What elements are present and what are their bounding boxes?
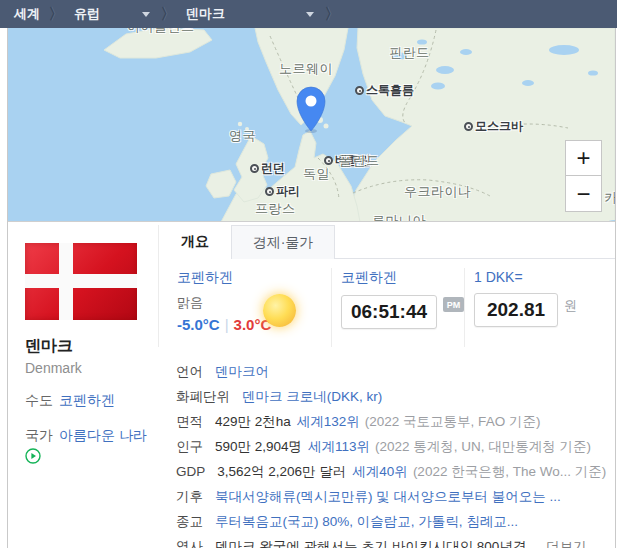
country-facts-list: 언어덴마크어 화폐단위덴마크 크로네(DKK, kr) 면적429만 2천ha세…	[176, 359, 615, 548]
currency-pair-link[interactable]: 1 DKK=	[474, 269, 523, 285]
fact-rank-link[interactable]: 세계132위	[297, 414, 360, 429]
map-country-label: 핀란드	[389, 45, 430, 60]
anthem-label: 국가	[25, 427, 53, 443]
tab-overview[interactable]: 개요	[159, 225, 231, 259]
fact-label: 역사	[176, 539, 203, 548]
country-detail-panel: 개요 경제·물가 코펜하겐 맑음 -5.0°C|3.0°C	[158, 222, 615, 548]
fact-label: GDP	[176, 464, 205, 479]
fact-row-gdp: GDP3,562억 2,206만 달러세계40위(2022 한국은행, The …	[176, 459, 615, 484]
tab-bar: 개요 경제·물가	[159, 225, 615, 259]
zoom-in-button[interactable]: +	[565, 140, 602, 176]
breadcrumb-label: 세계	[14, 5, 40, 23]
fact-row-area: 면적429만 2천ha세계132위(2022 국토교통부, FAO 기준)	[176, 409, 615, 434]
fact-label: 화폐단위	[176, 389, 230, 404]
country-name-en: Denmark	[25, 360, 158, 376]
map-city-label: 파리	[265, 184, 300, 199]
map-city-label: 런던	[250, 161, 285, 176]
map-country-label: 카	[604, 190, 615, 205]
fact-value: 590만 2,904명	[215, 439, 302, 454]
fact-link[interactable]: 덴마크 크로네(DKK, kr)	[242, 389, 382, 404]
fact-link[interactable]: 루터복음교(국교) 80%, 이슬람교, 가톨릭, 침례교...	[215, 514, 518, 529]
map-label-text: 모스크바	[475, 119, 523, 134]
map-label-text: 프랑스	[255, 201, 296, 216]
fact-row-climate: 기후북대서양해류(멕시코만류) 및 대서양으로부터 불어오는 ...	[176, 484, 615, 509]
fact-source: (2022 국토교통부, FAO 기준)	[365, 414, 541, 429]
fact-rank-link[interactable]: 세계113위	[308, 439, 370, 454]
capital-label: 수도	[25, 392, 53, 408]
fact-source: (2022 통계청, UN, 대만통계청 기준)	[375, 439, 591, 454]
fact-row-currency-unit: 화폐단위덴마크 크로네(DKK, kr)	[176, 384, 615, 409]
fact-row-religion: 종교루터복음교(국교) 80%, 이슬람교, 가톨릭, 침례교...	[176, 509, 615, 534]
map-country-label: 우크라이나	[404, 184, 472, 199]
chevron-down-icon	[142, 12, 150, 17]
country-card: 덴마크 Denmark 수도코펜하겐 국가아름다운 나라	[8, 222, 158, 548]
map-country-label: 독일	[303, 166, 330, 181]
fact-source: (2022 한국은행, The Wo... 기준)	[413, 464, 606, 479]
europe-map[interactable]: 아이슬란드노르웨이핀란드스톡홀름모스크바영국런던베를린폴란드독일파리프랑스우크라…	[8, 28, 615, 222]
breadcrumb-item-world[interactable]: 세계	[0, 0, 48, 28]
currency-unit: 원	[564, 297, 577, 327]
map-label-text: 핀란드	[389, 45, 430, 60]
fact-link[interactable]: 북대서양해류(멕시코만류) 및 대서양으로부터 불어오는 ...	[215, 489, 561, 504]
fact-row-language: 언어덴마크어	[176, 359, 615, 384]
play-anthem-button[interactable]	[25, 448, 41, 464]
capital-link[interactable]: 코펜하겐	[59, 392, 115, 408]
city-marker-icon	[265, 187, 274, 196]
more-link[interactable]: 더보기	[546, 539, 587, 548]
map-country-label: 폴란드	[339, 153, 380, 168]
sun-icon	[263, 294, 296, 327]
breadcrumb-separator-icon: 〉	[48, 5, 64, 24]
map-label-text: 우크라이나	[404, 184, 472, 199]
anthem-link[interactable]: 아름다운 나라	[59, 427, 147, 443]
fact-label: 인구	[176, 439, 203, 454]
breadcrumb-item-europe[interactable]: 유럽	[64, 0, 160, 28]
country-info-page: 세계 〉 유럽 〉 덴마크 〉	[0, 0, 621, 548]
fact-link[interactable]: 덴마크어	[215, 364, 269, 379]
temp-low: -5.0°C	[177, 316, 220, 333]
anthem-row: 국가아름다운 나라	[25, 425, 158, 467]
time-city-link[interactable]: 코펜하겐	[341, 269, 397, 287]
fact-row-history: 역사덴마크 왕국에 관해서는 초기 바이킹시대인 800년경,...더보기	[176, 534, 615, 548]
fact-label: 면적	[176, 414, 203, 429]
fact-rank-link[interactable]: 세계40위	[352, 464, 408, 479]
breadcrumb-separator-icon: 〉	[160, 5, 176, 24]
fact-row-population: 인구590만 2,904명세계113위(2022 통계청, UN, 대만통계청 …	[176, 434, 615, 459]
breadcrumb-label: 덴마크	[186, 5, 225, 23]
city-marker-icon	[250, 164, 259, 173]
temp-separator: |	[220, 316, 234, 333]
breadcrumb: 세계 〉 유럽 〉 덴마크 〉	[0, 0, 617, 28]
denmark-flag-image	[25, 243, 137, 320]
map-label-text: 폴란드	[339, 153, 380, 168]
map-label-text: 아이슬란드	[127, 28, 195, 34]
weather-city-link[interactable]: 코펜하겐	[177, 269, 233, 287]
local-time-cell: 코펜하겐 06:51:44 PM	[331, 268, 464, 347]
tab-economy[interactable]: 경제·물가	[231, 225, 335, 259]
local-time-display: 06:51:44	[341, 295, 437, 329]
breadcrumb-item-denmark[interactable]: 덴마크	[176, 0, 324, 28]
fact-value: 429만 2천ha	[215, 414, 291, 429]
weather-temps: -5.0°C|3.0°C	[177, 316, 331, 333]
city-marker-icon	[324, 156, 333, 165]
breadcrumb-separator-icon: 〉	[324, 5, 340, 24]
map-label-text: 카	[604, 190, 615, 205]
zoom-out-button[interactable]: −	[565, 176, 602, 212]
map-label-text: 노르웨이	[279, 61, 333, 76]
weather-cell: 코펜하겐 맑음 -5.0°C|3.0°C	[159, 268, 331, 347]
country-name-ko: 덴마크	[25, 336, 158, 357]
flag-cross-horizontal	[25, 274, 137, 288]
map-country-label: 영국	[229, 128, 256, 143]
map-labels-layer: 아이슬란드노르웨이핀란드스톡홀름모스크바영국런던베를린폴란드독일파리프랑스우크라…	[8, 28, 615, 221]
fact-value: 3,562억 2,206만 달러	[217, 464, 346, 479]
breadcrumb-label: 유럽	[74, 5, 100, 23]
exchange-rate-cell: 1 DKK= 202.81 원	[464, 268, 615, 347]
map-label-text: 영국	[229, 128, 256, 143]
city-marker-icon	[464, 122, 473, 131]
weather-condition: 맑음	[177, 294, 331, 312]
fact-value: 덴마크 왕국에 관해서는 초기 바이킹시대인 800년경,...	[215, 539, 541, 548]
map-country-label: 아이슬란드	[127, 28, 195, 34]
map-label-text: 런던	[261, 161, 285, 176]
map-zoom-control: + −	[565, 140, 602, 212]
country-content: 덴마크 Denmark 수도코펜하겐 국가아름다운 나라 개요	[8, 222, 615, 548]
map-city-label: 모스크바	[464, 119, 523, 134]
fact-label: 기후	[176, 489, 203, 504]
